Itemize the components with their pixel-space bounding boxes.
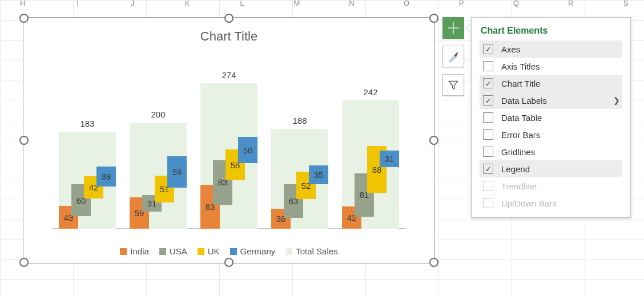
legend-label: Germany xyxy=(240,246,276,256)
bar-germany[interactable]: 59 xyxy=(167,156,187,188)
chart-elements-option: Up/Down Bars xyxy=(480,194,622,212)
chart-elements-option[interactable]: ✓Legend xyxy=(480,160,622,177)
legend-swatch xyxy=(198,248,204,255)
legend-item[interactable]: UK xyxy=(198,246,220,256)
column-header: Q xyxy=(513,0,519,7)
legend-item[interactable]: Germany xyxy=(230,246,276,256)
option-label: Chart Title xyxy=(501,79,540,88)
checkbox[interactable]: ✓ xyxy=(483,78,493,88)
legend-label: Total Sales xyxy=(296,246,337,256)
column-header: N xyxy=(349,0,354,7)
flyout-pointer xyxy=(465,24,470,33)
legend-item[interactable]: USA xyxy=(159,246,187,256)
total-label: 200 xyxy=(123,110,194,119)
column-header: R xyxy=(568,0,573,7)
column-header: O xyxy=(404,0,409,7)
checkbox[interactable] xyxy=(483,112,493,123)
bar-germany[interactable]: 38 xyxy=(96,167,116,186)
resize-handle[interactable] xyxy=(19,14,29,23)
checkbox[interactable] xyxy=(483,147,493,157)
column-headers: HIJKLMNOPQRS xyxy=(0,0,644,8)
legend-item[interactable]: India xyxy=(120,246,149,256)
chart-elements-option[interactable]: ✓Axes xyxy=(480,40,622,58)
flyout-title: Chart Elements xyxy=(481,26,622,36)
checkbox xyxy=(483,181,493,191)
chevron-right-icon[interactable]: ❯ xyxy=(613,96,620,105)
legend-label: India xyxy=(130,246,149,256)
chart-elements-option: Trendline xyxy=(480,177,622,194)
chart-elements-option[interactable]: Data Table xyxy=(480,109,622,126)
chart-filters-button[interactable] xyxy=(442,74,464,96)
chart-tools xyxy=(442,17,464,103)
column-header: L xyxy=(240,0,244,7)
column-header: I xyxy=(77,0,79,7)
legend-swatch xyxy=(285,248,292,255)
checkbox[interactable] xyxy=(483,129,493,140)
stage: HIJKLMNOPQRS Chart Title 18343604238P120… xyxy=(0,0,644,296)
plus-icon xyxy=(448,22,459,34)
funnel-icon xyxy=(448,79,459,91)
paintbrush-icon xyxy=(447,50,460,63)
total-label: 242 xyxy=(335,87,406,97)
legend-item[interactable]: Total Sales xyxy=(285,246,337,256)
total-label: 274 xyxy=(194,70,264,80)
bar-germany[interactable]: 31 xyxy=(380,151,399,167)
resize-handle[interactable] xyxy=(19,258,29,267)
option-label: Axes xyxy=(501,44,520,54)
chart-elements-option[interactable]: Gridlines xyxy=(480,143,622,160)
chart-elements-button[interactable] xyxy=(442,17,464,39)
column-header: P xyxy=(459,0,464,7)
checkbox[interactable]: ✓ xyxy=(483,95,493,106)
resize-handle[interactable] xyxy=(19,136,29,145)
chart-elements-option[interactable]: ✓Chart Title xyxy=(480,75,622,92)
chart-object[interactable]: Chart Title 18343604238P120059315159P227… xyxy=(23,17,435,263)
bar-germany[interactable]: 35 xyxy=(309,165,328,184)
total-label: 188 xyxy=(264,116,335,125)
chart-title[interactable]: Chart Title xyxy=(23,29,434,44)
option-label: Trendline xyxy=(501,181,537,191)
option-label: Up/Down Bars xyxy=(501,198,557,208)
bar-germany[interactable]: 50 xyxy=(238,137,257,164)
chart-styles-button[interactable] xyxy=(442,46,464,67)
resize-handle[interactable] xyxy=(224,258,234,267)
option-label: Axis Titles xyxy=(501,62,540,71)
column-header: S xyxy=(623,0,629,7)
chart-elements-option[interactable]: Error Bars xyxy=(480,126,622,143)
column-header: K xyxy=(185,0,190,7)
resize-handle[interactable] xyxy=(224,14,234,23)
chart-elements-option[interactable]: ✓Data Labels❯ xyxy=(480,92,622,109)
plot-area[interactable]: 18343604238P120059315159P227483835850P31… xyxy=(52,69,406,229)
option-label: Gridlines xyxy=(501,147,535,157)
option-label: Error Bars xyxy=(501,130,540,140)
legend-swatch xyxy=(159,248,166,255)
resize-handle[interactable] xyxy=(429,136,438,145)
legend-label: USA xyxy=(170,246,187,256)
column-header: J xyxy=(131,0,135,7)
total-label: 183 xyxy=(52,119,123,128)
option-label: Data Labels xyxy=(501,96,547,106)
column-header: M xyxy=(294,0,300,7)
checkbox[interactable]: ✓ xyxy=(483,44,493,54)
legend-swatch xyxy=(120,248,127,255)
resize-handle[interactable] xyxy=(429,258,438,267)
resize-handle[interactable] xyxy=(429,14,438,23)
checkbox[interactable]: ✓ xyxy=(483,164,493,174)
checkbox[interactable] xyxy=(483,61,493,71)
legend-label: UK xyxy=(208,246,220,256)
option-label: Data Table xyxy=(501,113,542,123)
legend-swatch xyxy=(230,248,237,255)
legend[interactable]: IndiaUSAUKGermanyTotal Sales xyxy=(23,246,434,256)
column-header: H xyxy=(20,0,25,7)
option-label: Legend xyxy=(501,164,530,174)
chart-elements-flyout[interactable]: Chart Elements ✓AxesAxis Titles✓Chart Ti… xyxy=(471,17,631,218)
checkbox xyxy=(483,198,493,208)
chart-elements-option[interactable]: Axis Titles xyxy=(480,58,622,75)
